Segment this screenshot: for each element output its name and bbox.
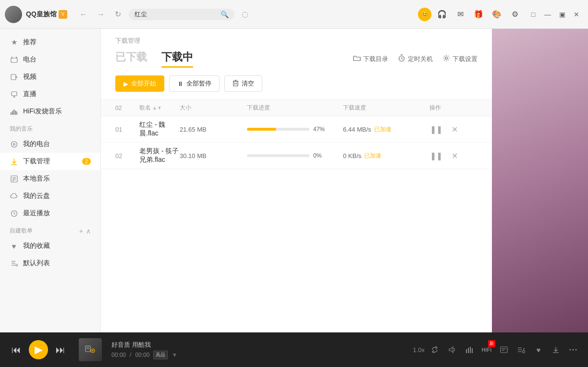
- speaker-icon[interactable]: [445, 343, 459, 357]
- search-icon[interactable]: 🔍: [220, 11, 229, 18]
- mail-icon[interactable]: ✉: [453, 7, 468, 22]
- sidebar-item-favorites[interactable]: ♥ 我的收藏: [0, 237, 100, 255]
- tabs: 已下载 下载中: [115, 50, 193, 68]
- cloud-icon: [10, 192, 18, 200]
- fullscreen-button[interactable]: □: [527, 8, 540, 21]
- clear-button[interactable]: 清空: [224, 75, 262, 92]
- song-size-1: 21.65 MB: [180, 126, 247, 133]
- svg-point-37: [92, 350, 94, 352]
- pause-button-2[interactable]: ❚❚: [429, 149, 443, 162]
- add-playlist-button[interactable]: +: [79, 227, 83, 235]
- play-button[interactable]: ▶: [29, 340, 48, 359]
- more-icon[interactable]: [566, 343, 580, 357]
- svg-rect-43: [501, 347, 507, 353]
- recommend-icon: ★: [10, 38, 18, 47]
- download-settings-action[interactable]: 下载设置: [442, 54, 478, 64]
- delete-button-1[interactable]: ✕: [448, 122, 461, 136]
- sidebar-item-live[interactable]: 直播: [0, 86, 100, 103]
- svg-point-49: [523, 351, 525, 353]
- maximize-button[interactable]: ▣: [555, 8, 569, 21]
- pause-button-1[interactable]: ❚❚: [429, 122, 443, 136]
- settings-gear-icon: [442, 54, 450, 64]
- timer-off-action[interactable]: 定时关机: [398, 54, 433, 64]
- back-button[interactable]: ←: [77, 8, 90, 21]
- progress-bar-bg-2: [247, 154, 309, 157]
- tabs-row: 已下载 下载中 下载目录: [115, 50, 478, 68]
- delete-button-2[interactable]: ✕: [448, 149, 461, 162]
- sidebar-item-default-list[interactable]: 默认列表: [0, 255, 100, 272]
- header-num: 02: [115, 105, 139, 111]
- player-controls: ⏮ ▶ ⏭: [8, 340, 69, 359]
- lyrics-icon[interactable]: [497, 343, 511, 357]
- breadcrumb: 下载管理: [115, 37, 478, 45]
- speed-value-2: 0 KB/s: [343, 152, 361, 159]
- download-dir-label: 下载目录: [363, 55, 388, 63]
- tab-downloading[interactable]: 下载中: [161, 50, 193, 68]
- recent-icon: [10, 209, 18, 218]
- sidebar-label-favorites: 我的收藏: [23, 242, 91, 250]
- song-name-2: 老男孩 - 筷子兄弟.flac: [139, 147, 180, 164]
- svg-marker-38: [449, 347, 453, 353]
- download-dir-action[interactable]: 下载目录: [353, 55, 388, 63]
- header-speed: 下载速度: [343, 104, 429, 112]
- forward-button[interactable]: →: [94, 8, 108, 21]
- download-table: 02 歌名 ▲▼ 大小 下载进度 下载速度 操作 01 红尘 - 魏晨.flac…: [101, 100, 492, 332]
- download-player-icon[interactable]: [549, 343, 563, 357]
- playlist-section-title: 自建歌单: [10, 227, 79, 235]
- svg-rect-8: [12, 111, 13, 115]
- svg-rect-7: [11, 112, 12, 115]
- quality-arrow[interactable]: ▼: [172, 352, 177, 358]
- sidebar-item-local-music[interactable]: 本地音乐: [0, 170, 100, 187]
- search-input[interactable]: [135, 11, 220, 18]
- sidebar-item-recommend[interactable]: ★ 推荐: [0, 34, 100, 51]
- collapse-playlist-button[interactable]: ∧: [86, 227, 91, 235]
- sidebar-item-video[interactable]: 视频: [0, 68, 100, 86]
- headphone-icon[interactable]: 🎧: [434, 7, 450, 22]
- equalizer-icon[interactable]: [462, 343, 477, 357]
- player-album-art: [79, 338, 102, 361]
- user-icon[interactable]: 😊: [418, 8, 431, 21]
- speed-wrap-1: 6.44 MB/s 已加速: [343, 125, 429, 134]
- settings-icon[interactable]: ⚙: [507, 7, 523, 22]
- progress-wrap-2: 0%: [247, 152, 343, 159]
- close-button[interactable]: ✕: [570, 8, 583, 21]
- tab-downloaded[interactable]: 已下载: [115, 50, 147, 66]
- time-separator: /: [130, 352, 131, 358]
- hifi-label: HiFi: [482, 347, 492, 353]
- minimize-button[interactable]: —: [541, 8, 554, 21]
- sidebar-item-radio[interactable]: 电台: [0, 51, 100, 68]
- heart-icon[interactable]: ♥: [531, 343, 546, 357]
- pause-icon-btn: ⏸: [177, 80, 184, 87]
- svg-point-27: [445, 57, 448, 59]
- speed-boost-2[interactable]: 已加速: [364, 152, 381, 160]
- history-icon[interactable]: ◌: [238, 8, 252, 21]
- next-button[interactable]: ⏭: [52, 341, 69, 358]
- sidebar-item-cloud[interactable]: 我的云盘: [0, 187, 100, 205]
- sidebar-label-local-music: 本地音乐: [23, 174, 91, 183]
- header-actions: 操作: [429, 104, 478, 112]
- top-right-icons: 😊 🎧 ✉ 🎁 🎨 ⚙: [418, 7, 523, 22]
- hifi-button[interactable]: HiFi 新: [479, 343, 494, 357]
- hifi-icon: [10, 107, 18, 116]
- sidebar-item-my-radio[interactable]: 我的电台: [0, 135, 100, 153]
- skin-icon[interactable]: 🎨: [489, 7, 504, 22]
- start-all-button[interactable]: ▶ 全部开始: [115, 75, 164, 92]
- content-area: 下载管理 已下载 下载中 下载目录: [101, 29, 492, 332]
- speed-button[interactable]: 1.0x: [413, 346, 425, 354]
- sidebar-item-hifi[interactable]: HiFi发烧音乐: [0, 103, 100, 120]
- player-info: 好音质 用酷我 00:00 / 00:00 高品 ▼: [111, 341, 407, 359]
- refresh-button[interactable]: ↻: [111, 8, 125, 21]
- prev-button[interactable]: ⏮: [8, 341, 25, 358]
- my-music-section-title: 我的音乐: [0, 120, 100, 135]
- svg-rect-42: [472, 348, 473, 353]
- avatar[interactable]: [5, 6, 22, 23]
- gift-icon[interactable]: 🎁: [471, 7, 486, 22]
- sidebar-item-recent[interactable]: 最近播放: [0, 205, 100, 222]
- loop-icon[interactable]: [428, 343, 442, 357]
- playlist-icon[interactable]: [514, 343, 528, 357]
- sidebar-item-download[interactable]: 下载管理 2: [0, 153, 100, 170]
- row-num-1: 01: [115, 126, 139, 133]
- speed-boost-1[interactable]: 已加速: [374, 125, 392, 134]
- pause-all-button[interactable]: ⏸ 全部暂停: [169, 75, 220, 92]
- svg-rect-40: [468, 348, 469, 353]
